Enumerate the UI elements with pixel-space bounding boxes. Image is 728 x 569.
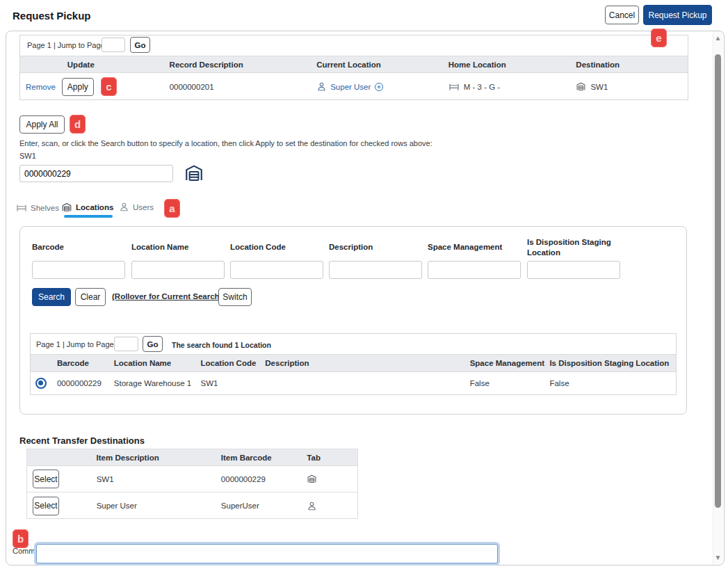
result-radio-selected[interactable] bbox=[35, 378, 47, 389]
table-row: Remove Apply 0000000201 Super User M - 3… bbox=[20, 73, 688, 100]
table-row: Select SW1 0000000229 bbox=[27, 466, 357, 492]
rt-item-barcode: 0000000229 bbox=[214, 475, 300, 483]
active-tab-underline bbox=[64, 215, 113, 218]
annotation-marker-d: d bbox=[70, 115, 86, 134]
page-title: Request Pickup bbox=[13, 10, 91, 22]
result-location-code: SW1 bbox=[197, 379, 262, 387]
location-name-label: Location Name bbox=[131, 242, 188, 253]
tab-locations-label: Locations bbox=[76, 203, 113, 211]
warehouse-icon bbox=[184, 163, 204, 184]
col-record-description: Record Description bbox=[142, 61, 302, 69]
scroll-up-icon[interactable]: ▲ bbox=[714, 35, 722, 42]
instruction-text: Enter, scan, or click the Search button … bbox=[19, 139, 432, 147]
apply-button[interactable]: Apply bbox=[62, 78, 94, 96]
col-current-location: Current Location bbox=[301, 61, 444, 69]
description-input[interactable] bbox=[329, 261, 422, 279]
tab-shelves-label: Shelves bbox=[31, 204, 59, 212]
warehouse-icon bbox=[61, 202, 72, 213]
search-results-table: Page 1 | Jump to Page: Go The search fou… bbox=[30, 333, 677, 395]
shelf-icon bbox=[16, 202, 27, 214]
switch-button[interactable]: Switch bbox=[218, 288, 252, 306]
selected-records-table: Page 1 | Jump to Page: Go Update Record … bbox=[19, 35, 688, 100]
go-button[interactable]: Go bbox=[130, 37, 150, 53]
location-entry-label: SW1 bbox=[19, 152, 36, 160]
res-col-space-management: Space Management bbox=[467, 359, 547, 367]
res-col-is-disposition-staging: Is Disposition Staging Location bbox=[546, 359, 676, 367]
tab-shelves[interactable]: Shelves bbox=[16, 202, 59, 214]
result-space-management: False bbox=[467, 379, 547, 387]
select-button[interactable]: Select bbox=[33, 470, 59, 488]
rt-item-description: Super User bbox=[90, 502, 214, 510]
user-icon bbox=[119, 202, 129, 212]
user-icon bbox=[316, 81, 327, 92]
rt-item-description: SW1 bbox=[90, 475, 214, 483]
rt-item-barcode: SuperUser bbox=[214, 502, 300, 510]
clear-button[interactable]: Clear bbox=[75, 288, 106, 306]
recent-transfers-table: Item Description Item Barcode Tab Select… bbox=[26, 449, 358, 519]
annotation-marker-c: c bbox=[101, 77, 117, 96]
description-label: Description bbox=[329, 242, 373, 253]
res-col-description: Description bbox=[261, 359, 466, 367]
record-description-cell: 0000000201 bbox=[142, 83, 302, 91]
results-summary: The search found 1 Location bbox=[172, 341, 271, 349]
location-name-input[interactable] bbox=[131, 261, 225, 279]
rt-col-tab: Tab bbox=[300, 454, 357, 462]
col-home-location: Home Location bbox=[444, 61, 569, 69]
is-disposition-staging-location-label: Is Disposition Staging Location bbox=[527, 237, 619, 258]
tab-users-label: Users bbox=[133, 203, 154, 211]
home-location-cell: M - 3 - G - bbox=[464, 83, 500, 91]
request-pickup-button[interactable]: Request Pickup bbox=[643, 5, 712, 25]
barcode-input[interactable] bbox=[32, 261, 125, 279]
res-col-location-name: Location Name bbox=[111, 359, 197, 367]
result-is-disposition-staging: False bbox=[546, 379, 676, 387]
table-row: Select Super User SuperUser bbox=[27, 492, 357, 519]
res-col-barcode: Barcode bbox=[51, 359, 111, 367]
rollover-current-search-link[interactable]: (Rollover for Current Search) bbox=[112, 292, 222, 300]
result-barcode: 0000000229 bbox=[51, 379, 111, 387]
annotation-marker-e: e bbox=[651, 29, 667, 47]
warehouse-icon bbox=[576, 81, 586, 92]
request-pickup-page: Request Pickup Cancel Request Pickup e ▲… bbox=[0, 0, 728, 569]
location-code-label: Location Code bbox=[230, 242, 286, 253]
plus-circle-icon[interactable] bbox=[374, 82, 384, 92]
comments-textarea[interactable] bbox=[36, 544, 498, 563]
shelf-icon bbox=[448, 81, 460, 93]
current-location-cell[interactable]: Super User bbox=[330, 83, 371, 91]
tab-locations[interactable]: Locations bbox=[61, 202, 113, 213]
location-search-card: Barcode Location Name Location Code Desc… bbox=[19, 226, 687, 415]
recent-transfers-title: Recent Transfer Destinations bbox=[19, 435, 145, 446]
scrollbar-thumb[interactable] bbox=[715, 54, 721, 508]
rt-col-item-barcode: Item Barcode bbox=[214, 454, 300, 462]
annotation-marker-a: a bbox=[164, 199, 180, 218]
destination-cell: SW1 bbox=[590, 83, 608, 91]
remove-link[interactable]: Remove bbox=[26, 83, 56, 91]
warehouse-icon bbox=[307, 474, 317, 484]
space-management-input[interactable] bbox=[428, 261, 521, 279]
result-location-name: Storage Warehouse 1 bbox=[111, 379, 197, 387]
jump-to-page-input[interactable] bbox=[102, 38, 125, 52]
user-icon bbox=[307, 501, 317, 511]
barcode-label: Barcode bbox=[32, 242, 64, 253]
select-button[interactable]: Select bbox=[33, 497, 59, 515]
col-update: Update bbox=[20, 61, 142, 69]
tab-users[interactable]: Users bbox=[119, 202, 154, 212]
col-destination: Destination bbox=[568, 61, 688, 69]
scroll-down-icon[interactable]: ▼ bbox=[714, 554, 722, 561]
results-pagination-label: Page 1 | Jump to Page: bbox=[36, 340, 116, 348]
annotation-marker-b: b bbox=[13, 529, 29, 548]
apply-all-button[interactable]: Apply All bbox=[19, 115, 65, 134]
location-code-input[interactable] bbox=[230, 261, 323, 279]
results-jump-to-page-input[interactable] bbox=[114, 337, 138, 351]
rt-col-item-description: Item Description bbox=[90, 454, 214, 462]
space-management-label: Space Management bbox=[428, 242, 502, 253]
res-col-location-code: Location Code bbox=[197, 359, 262, 367]
is-disposition-staging-location-input[interactable] bbox=[527, 261, 620, 279]
cancel-button[interactable]: Cancel bbox=[605, 6, 639, 24]
pagination-label: Page 1 | Jump to Page: bbox=[27, 41, 107, 49]
location-barcode-input[interactable] bbox=[19, 165, 173, 182]
table-row: 0000000229 Storage Warehouse 1 SW1 False… bbox=[31, 372, 676, 394]
results-go-button[interactable]: Go bbox=[143, 336, 163, 352]
search-button[interactable]: Search bbox=[32, 288, 71, 306]
